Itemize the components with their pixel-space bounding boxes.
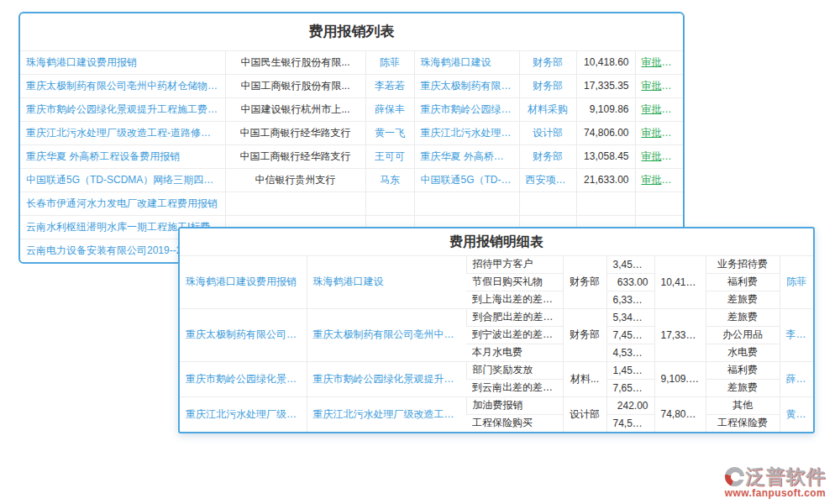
expense-detail-cell: 到合肥出差的差旅费	[466, 308, 563, 326]
amount-cell: 9,109.86	[576, 97, 635, 121]
dept-cell: 西安项目部	[519, 168, 576, 192]
project-link[interactable]: 重庆华夏 外高桥工程设备	[414, 144, 519, 168]
table-row: 长春市伊通河水力发电厂改建工程费用报销	[20, 192, 683, 215]
expense-detail-title: 费用报销明细表	[180, 228, 813, 255]
reporter-link[interactable]: 李若若	[365, 74, 414, 97]
reporter-link	[365, 192, 414, 215]
table-row: 重庆市鹅岭公园绿化景观提升工程施工费用报销中国建设银行杭州市上...薛保丰重庆市…	[20, 97, 683, 121]
expense-detail-cell: 到宁波出差的差旅费	[466, 326, 563, 344]
expense-detail-cell: 部门奖励发放	[466, 361, 563, 379]
expense-subject-cell: 办公用品	[706, 326, 780, 344]
expense-subject-cell: 福利费	[706, 361, 780, 379]
expense-name-link[interactable]: 重庆华夏 外高桥工程设备费用报销	[20, 144, 225, 168]
expense-detail-cell: 加油费报销	[466, 396, 563, 414]
expense-subject-cell: 差旅费	[706, 308, 780, 326]
dept-cell: 材料...	[563, 361, 606, 396]
project-link[interactable]: 珠海鹤港口建设	[414, 50, 519, 74]
account-cell: 中国工商银行股份有限...	[225, 74, 365, 97]
status-link[interactable]: 审批通过	[635, 144, 683, 168]
total-amount-cell: 74,806.00	[654, 396, 706, 432]
expense-list-title: 费用报销列表	[20, 13, 683, 50]
total-amount-cell: 9,109.86	[654, 361, 706, 396]
total-amount-cell: 10,418.60	[654, 255, 706, 308]
dept-cell: 设计部	[519, 121, 576, 144]
detail-row: 重庆市鹅岭公园绿化景观提升工程重庆市鹅岭公园绿化景观提升工程施工部门奖励发放材料…	[180, 361, 813, 379]
expense-name-link[interactable]: 珠海鹤港口建设费用报销	[20, 50, 225, 74]
dept-cell: 设计部	[563, 396, 606, 432]
status-link	[635, 192, 683, 215]
dept-cell: 财务部	[519, 50, 576, 74]
expense-name-link[interactable]: 重庆市鹅岭公园绿化景观提升工程施工费用报销	[20, 97, 225, 121]
project-link[interactable]: 重庆市鹅岭公园绿化景观提升...	[414, 97, 519, 121]
status-link[interactable]: 审批通过	[635, 97, 683, 121]
expense-name-link[interactable]: 长春市伊通河水力发电厂改建工程费用报销	[20, 192, 225, 215]
expense-detail-cell: 节假日购买礼物	[466, 273, 563, 291]
amount-cell: 21,633.00	[576, 168, 635, 192]
table-row: 重庆江北污水处理厂级改造工程-道路修复工程费用...中国工商银行经华路支行黄一飞…	[20, 121, 683, 144]
table-row: 重庆华夏 外高桥工程设备费用报销中国工商银行经华路支行王可可重庆华夏 外高桥工程…	[20, 144, 683, 168]
status-link[interactable]: 审批通过	[635, 50, 683, 74]
project-link	[414, 192, 519, 215]
expense-subject-cell: 业务招待费	[706, 255, 780, 273]
expense-name-link[interactable]: 重庆江北污水处理厂级改造工程-	[180, 396, 307, 432]
detail-row: 重庆太极制药有限公司亳州中药材重庆太极制药有限公司亳州中药材仓储物流到合肥出差的…	[180, 308, 813, 326]
reporter-link[interactable]: 陈菲	[365, 50, 414, 74]
account-cell: 中信银行贵州支行	[225, 168, 365, 192]
dept-cell: 财务部	[519, 74, 576, 97]
expense-detail-cell: 本月水电费	[466, 344, 563, 361]
expense-name-link[interactable]: 重庆市鹅岭公园绿化景观提升工程	[180, 361, 307, 396]
expense-detail-cell: 到云南出差的差旅费	[466, 379, 563, 396]
reporter-link[interactable]: 薛保丰	[780, 361, 813, 396]
reporter-link[interactable]: 黄一飞	[780, 396, 813, 432]
expense-amount-cell: 4,535.65	[606, 344, 654, 361]
detail-row: 珠海鹤港口建设费用报销珠海鹤港口建设招待甲方客户财务部3,453.6010,41…	[180, 255, 813, 273]
project-link[interactable]: 重庆太极制药有限公司亳州中...	[414, 74, 519, 97]
expense-name-link[interactable]: 珠海鹤港口建设费用报销	[180, 255, 307, 308]
expense-amount-cell: 7,656.86	[606, 379, 654, 396]
expense-name-link[interactable]: 中国联通5G（TD-SCDMA）网络三期四川工程费...	[20, 168, 225, 192]
table-row: 重庆太极制药有限公司亳州中药材仓储物流基地项...中国工商银行股份有限...李若…	[20, 74, 683, 97]
table-row: 珠海鹤港口建设费用报销中国民生银行股份有限...陈菲珠海鹤港口建设财务部10,4…	[20, 50, 683, 74]
dept-cell: 财务部	[563, 255, 606, 308]
total-amount-cell: 17,335.35	[654, 308, 706, 361]
brand-name: 泛普软件	[746, 467, 827, 486]
amount-cell: 17,335.35	[576, 74, 635, 97]
expense-detail-table: 费用报销明细表 珠海鹤港口建设费用报销珠海鹤港口建设招待甲方客户财务部3,453…	[178, 227, 815, 433]
reporter-link[interactable]: 黄一飞	[365, 121, 414, 144]
brand-url: www.fanpusoft.com	[716, 487, 835, 499]
reporter-link[interactable]: 马东	[365, 168, 414, 192]
amount-cell: 10,418.60	[576, 50, 635, 74]
project-link[interactable]: 重庆市鹅岭公园绿化景观提升工程施工	[307, 361, 466, 396]
expense-detail-cell: 工程保险购买	[466, 414, 563, 432]
reporter-link[interactable]: 王可可	[365, 144, 414, 168]
dept-cell: 材料采购	[519, 97, 576, 121]
dept-cell: 财务部	[563, 308, 606, 361]
reporter-link[interactable]: 陈菲	[780, 255, 813, 308]
expense-subject-cell: 工程保险费	[706, 414, 780, 432]
project-link[interactable]: 重庆江北污水处理厂级改造工...	[414, 121, 519, 144]
expense-subject-cell: 差旅费	[706, 379, 780, 396]
fanpu-watermark: 泛普软件 www.fanpusoft.com	[716, 467, 835, 499]
table-row: 中国联通5G（TD-SCDMA）网络三期四川工程费...中信银行贵州支行马东中国…	[20, 168, 683, 192]
reporter-link[interactable]: 薛保丰	[365, 97, 414, 121]
status-link[interactable]: 审批通过	[635, 168, 683, 192]
expense-amount-cell: 1,453.00	[606, 361, 654, 379]
project-link[interactable]: 珠海鹤港口建设	[307, 255, 466, 308]
status-link[interactable]: 审批通过	[635, 74, 683, 97]
expense-name-link[interactable]: 重庆太极制药有限公司亳州中药材	[180, 308, 307, 361]
expense-amount-cell: 7,453.35	[606, 326, 654, 344]
project-link[interactable]: 重庆江北污水处理厂级改造工程-道路修复工	[307, 396, 466, 432]
expense-name-link[interactable]: 重庆太极制药有限公司亳州中药材仓储物流基地项...	[20, 74, 225, 97]
status-link[interactable]: 审批通过	[635, 121, 683, 144]
account-cell: 中国民生银行股份有限...	[225, 50, 365, 74]
expense-name-link[interactable]: 重庆江北污水处理厂级改造工程-道路修复工程费用...	[20, 121, 225, 144]
expense-amount-cell: 6,332.00	[606, 291, 654, 308]
project-link[interactable]: 重庆太极制药有限公司亳州中药材仓储物流	[307, 308, 466, 361]
project-link[interactable]: 中国联通5G（TD-SCDMA）网...	[414, 168, 519, 192]
expense-amount-cell: 74,564...	[606, 414, 654, 432]
expense-subject-cell: 差旅费	[706, 291, 780, 308]
amount-cell	[576, 192, 635, 215]
reporter-link[interactable]: 李若若	[780, 308, 813, 361]
expense-amount-cell: 633.00	[606, 273, 654, 291]
account-cell: 中国建设银行杭州市上...	[225, 97, 365, 121]
